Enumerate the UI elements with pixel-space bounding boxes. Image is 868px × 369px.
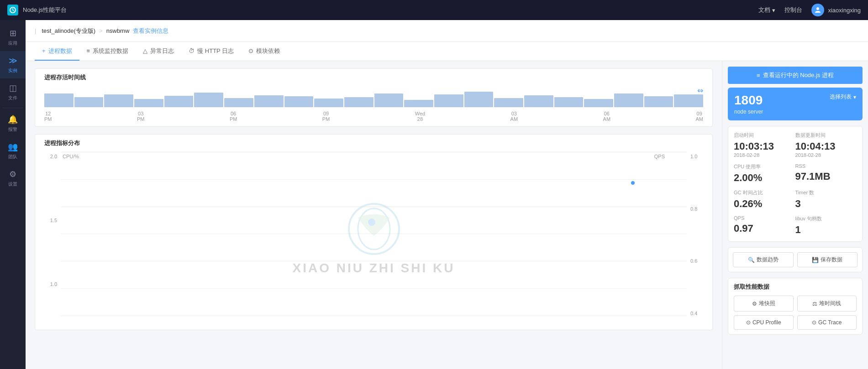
- timeline-axis: 12PM 03PM 06PM 09PM Wed28 03AM 06AM 09AM: [44, 111, 703, 122]
- sidebar-item-app[interactable]: ⊞ 应用: [0, 24, 26, 51]
- console-button[interactable]: 控制台: [784, 6, 802, 14]
- scroll-indicator: ⇔: [697, 86, 703, 95]
- user-area[interactable]: xiaoxingxing: [811, 4, 861, 16]
- instance-card: 1809 node server 选择列表 ▾: [728, 88, 863, 120]
- app-icon: ⊞: [10, 28, 16, 38]
- time-label: 06AM: [603, 111, 611, 122]
- tab-system-monitor[interactable]: ≡ 系统监控数据: [79, 42, 136, 61]
- gear-icon: ⚙: [9, 169, 16, 179]
- timeline-bar: [374, 94, 404, 107]
- sidebar-item-settings[interactable]: ⚙ 设置: [0, 165, 26, 192]
- stat-timer: Timer 数 3: [795, 189, 857, 210]
- module-icon: ⊙: [248, 47, 253, 54]
- chart-area: CPU/% QPS: [61, 152, 687, 325]
- app-title: Node.js性能平台: [23, 6, 67, 14]
- update-time-value: 10:04:13: [795, 140, 857, 152]
- timeline-bars: [44, 86, 703, 109]
- gc-trace-button[interactable]: ⊙ GC Trace: [797, 315, 857, 330]
- docs-button[interactable]: 文档 ▾: [758, 6, 775, 14]
- sidebar-item-alert[interactable]: 🔔 报警: [0, 110, 26, 137]
- breadcrumb-separator: >: [99, 27, 103, 34]
- stats-grid: 启动时间 10:03:13 2018-02-28 数据更新时间 10:04:13…: [728, 126, 863, 242]
- data-point: [631, 181, 635, 185]
- metrics-section: 进程指标分布 2.0 1.5 1.0: [35, 134, 713, 330]
- stat-start-time: 启动时间 10:03:13 2018-02-28: [734, 132, 795, 158]
- stats-row-cpu-rss: CPU 使用率 2.00% RSS 97.1MB: [734, 163, 857, 184]
- timeline-bar: [614, 94, 643, 107]
- timeline-bar: [164, 96, 194, 107]
- cpu-label: CPU/%: [63, 154, 79, 159]
- nodejs-process-button[interactable]: ≡ 查看运行中的 Node.js 进程: [728, 67, 863, 84]
- tab-slow-http[interactable]: ⏱ 慢 HTTP 日志: [181, 42, 241, 61]
- heap-timeline-icon: ⚖: [812, 301, 817, 307]
- stats-row-qps-libuv: QPS 0.97 libuv 句柄数 1: [734, 215, 857, 236]
- update-date: 2018-02-28: [795, 152, 857, 158]
- update-time-label: 数据更新时间: [795, 132, 857, 139]
- y-axis-label: 1.5: [44, 218, 57, 223]
- tab-module-dep[interactable]: ⊙ 模块依赖: [241, 42, 287, 61]
- stat-qps: QPS 0.97: [734, 215, 795, 236]
- sidebar-item-label: 团队: [8, 154, 17, 160]
- breadcrumb-action[interactable]: 查看实例信息: [133, 27, 168, 35]
- qps-stat-label: QPS: [734, 215, 795, 221]
- stat-update-time: 数据更新时间 10:04:13 2018-02-28: [795, 132, 857, 158]
- start-date: 2018-02-28: [734, 152, 795, 158]
- grid-line: [61, 234, 687, 261]
- list-icon: ≡: [87, 47, 90, 54]
- tabs-bar: + 进程数据 ≡ 系统监控数据 △ 异常日志 ⏱ 慢 HTTP 日志 ⊙ 模块依…: [26, 42, 868, 61]
- sidebar-item-label: 设置: [8, 181, 17, 187]
- sidebar-item-file[interactable]: ◫ 文件: [0, 78, 26, 106]
- timer-label: Timer 数: [795, 189, 857, 196]
- data-trend-button[interactable]: 🔍 数据趋势: [733, 252, 794, 267]
- cpu-profile-button[interactable]: ⊙ CPU Profile: [734, 315, 794, 330]
- chart-grid: [61, 152, 687, 316]
- grid-line: [61, 207, 687, 234]
- bell-icon: 🔔: [8, 114, 18, 125]
- time-label: 03PM: [137, 111, 145, 122]
- svg-point-1: [816, 7, 819, 10]
- heap-snapshot-button[interactable]: ⚙ 堆快照: [734, 296, 794, 312]
- instance-action[interactable]: 选择列表 ▾: [830, 93, 856, 101]
- plus-icon: +: [42, 47, 46, 54]
- breadcrumb-current: nswbmw: [106, 27, 130, 34]
- heap-timeline-button[interactable]: ⚖ 堆时间线: [797, 296, 857, 312]
- instance-label: node server: [734, 109, 763, 115]
- breadcrumb-root: test_alinode(专业版): [42, 27, 95, 35]
- chart-y-axis-left: 2.0 1.5 1.0: [44, 152, 61, 325]
- tab-exception-log[interactable]: △ 异常日志: [136, 42, 181, 61]
- qps-axis-label: 0.4: [690, 311, 703, 316]
- sidebar-item-team[interactable]: 👥 团队: [0, 137, 26, 165]
- chevron-icon: ▾: [853, 94, 856, 100]
- tab-process-data[interactable]: + 进程数据: [35, 42, 79, 61]
- cpu-usage-label: CPU 使用率: [734, 163, 795, 170]
- action-buttons: 🔍 数据趋势 💾 保存数据: [728, 247, 863, 272]
- main: | test_alinode(专业版) > nswbmw 查看实例信息 + 进程…: [26, 20, 868, 369]
- list-icon: ≡: [757, 72, 760, 79]
- y-axis-label: 1.0: [44, 281, 57, 287]
- timeline-bar: [404, 100, 433, 107]
- sidebar-item-instance[interactable]: ≫ 实例: [0, 51, 26, 78]
- time-label: 06PM: [230, 111, 237, 122]
- save-data-button[interactable]: 💾 保存数据: [797, 252, 858, 267]
- rss-label: RSS: [795, 163, 857, 169]
- timeline-bar: [494, 98, 523, 107]
- chevron-down-icon: ▾: [772, 7, 775, 14]
- time-label: 03AM: [510, 111, 518, 122]
- qps-label: QPS: [654, 154, 665, 159]
- capture-section: 抓取性能数据 ⚙ 堆快照 ⚖ 堆时间线: [728, 278, 863, 335]
- timeline-bar: [44, 94, 74, 107]
- time-label: 09AM: [695, 111, 703, 122]
- breadcrumb: | test_alinode(专业版) > nswbmw 查看实例信息: [26, 20, 868, 42]
- timeline-bar: [74, 97, 104, 107]
- stat-cpu: CPU 使用率 2.00%: [734, 163, 795, 184]
- capture-buttons: ⚙ 堆快照 ⚖ 堆时间线 ⊙ CPU Profile: [734, 296, 857, 330]
- timeline-bar: [674, 94, 703, 107]
- chart-y-axis-right: 1.0 0.8 0.6 0.4: [687, 152, 703, 325]
- qps-axis-label: 1.0: [690, 154, 703, 159]
- timeline-chart: ⇔: [44, 86, 703, 123]
- sidebar-item-label: 报警: [8, 126, 17, 133]
- timeline-bar: [584, 99, 613, 107]
- instance-icon: ≫: [9, 56, 17, 66]
- top-nav-left: Node.js性能平台: [7, 5, 67, 16]
- gc-trace-icon: ⊙: [812, 319, 816, 326]
